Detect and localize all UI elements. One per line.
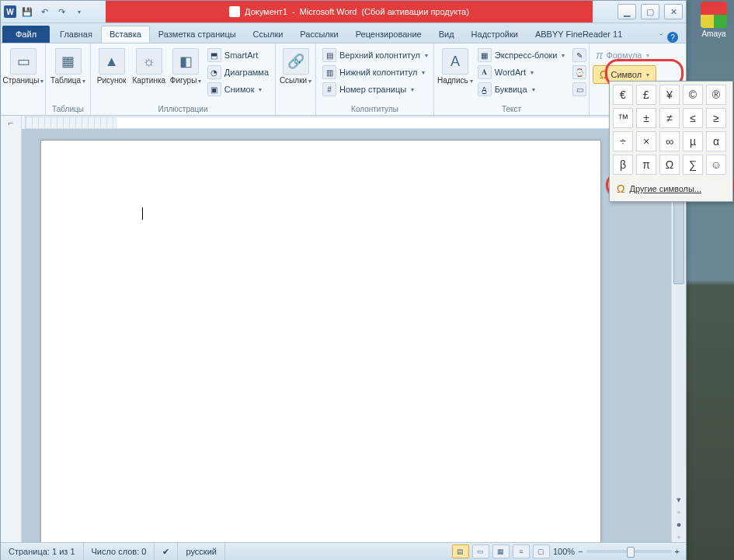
word-window: W 💾 ↶ ↷ Документ1 - Microsoft Word (Сбой… [0,0,687,560]
clipart-label: Картинка [133,76,166,85]
symbol-cell[interactable]: ™ [613,108,633,128]
tab-home[interactable]: Главная [51,26,101,43]
smartart-button[interactable]: ⬒SmartArt [204,47,272,64]
pages-button[interactable]: ▭ Страницы [4,45,43,85]
more-symbols-label: Другие символы... [629,184,701,193]
zoom-knob[interactable] [627,547,635,558]
symbol-cell[interactable]: ® [706,85,726,105]
links-label: Ссылки [280,76,311,85]
symbol-cell[interactable]: β [613,155,633,175]
screenshot-button[interactable]: ▣Снимок [204,81,272,98]
tab-insert[interactable]: Вставка [101,26,150,43]
zoom-in-button[interactable]: + [675,547,680,556]
symbol-cell[interactable]: € [613,85,633,105]
title-app: Microsoft Word [300,7,357,16]
status-zoom[interactable]: 100% [553,547,575,556]
links-button[interactable]: 🔗 Ссылки [279,45,312,85]
zoom-slider[interactable] [586,550,672,553]
view-web-button[interactable]: ▦ [492,544,510,558]
tab-file[interactable]: Файл [2,26,50,43]
wordart-button[interactable]: 𝐀WordArt [475,64,569,81]
view-print-layout-button[interactable]: ▤ [452,544,469,558]
quickparts-button[interactable]: ▦Экспресс-блоки [475,47,569,64]
symbol-cell[interactable]: ¥ [659,85,680,105]
symbol-cell[interactable]: µ [683,131,703,151]
maximize-button[interactable]: ▢ [641,4,659,19]
save-icon[interactable]: 💾 [19,4,35,19]
textbox-button[interactable]: A Надпись [437,45,473,85]
symbol-cell[interactable]: ≤ [683,108,703,128]
redo-icon[interactable]: ↷ [54,4,69,19]
close-button[interactable]: ✕ [664,4,683,19]
textbox-icon: A [442,48,468,75]
dropcap-button[interactable]: A̲Буквица [475,81,569,98]
signature-line-button[interactable]: ✎ [569,47,590,64]
shapes-button[interactable]: ◧ Фигуры [169,45,202,85]
group-tables-label2: Таблицы [49,105,87,115]
table-button[interactable]: ▦ Таблица [49,45,87,85]
help-icon[interactable]: ? [667,32,678,43]
next-page-icon[interactable]: ◦ [672,530,686,543]
view-outline-button[interactable]: ≡ [513,544,530,558]
vertical-ruler[interactable] [1,129,22,543]
zoom-out-button[interactable]: − [578,547,583,556]
footer-button[interactable]: ▥Нижний колонтитул [319,64,431,81]
symbol-cell[interactable]: ≥ [706,108,726,128]
browse-object-icon[interactable]: ● [672,518,686,530]
undo-icon[interactable]: ↶ [37,4,52,19]
page[interactable] [40,140,601,543]
desktop-shortcut-amaya[interactable]: Amaya [697,2,731,38]
tab-references[interactable]: Ссылки [245,26,292,43]
view-fullscreen-button[interactable]: ▭ [472,544,489,558]
symbol-cell[interactable]: ≠ [659,108,680,128]
symbol-cell[interactable]: ÷ [613,131,633,151]
object-icon: ▭ [572,82,586,96]
ruler-track[interactable] [25,117,673,129]
symbol-cell[interactable]: × [636,131,656,151]
picture-label: Рисунок [97,76,127,85]
ribbon-tabs: Файл Главная Вставка Разметка страницы С… [1,23,686,43]
datetime-button[interactable]: ⌚ [569,64,590,81]
symbol-cell[interactable]: π [636,155,656,175]
more-symbols-button[interactable]: Ω Другие символы... [613,179,729,198]
tab-abbyy[interactable]: ABBYY FineReader 11 [527,26,631,43]
ribbon-minimize-icon[interactable]: ˇ [659,33,663,42]
symbol-cell[interactable]: £ [636,85,656,105]
tab-mailings[interactable]: Рассылки [291,26,346,43]
desktop-shortcut-label: Amaya [697,30,731,38]
footer-label: Нижний колонтитул [339,68,417,77]
symbol-cell[interactable]: ∑ [683,155,703,175]
dropcap-icon: A̲ [478,82,492,96]
status-spellcheck[interactable]: ✔ [155,543,178,560]
page-number-button[interactable]: #Номер страницы [319,81,431,98]
header-button[interactable]: ▤Верхний колонтитул [319,47,431,64]
signature-icon: ✎ [572,48,586,62]
symbol-cell[interactable]: ☺ [706,155,726,175]
view-draft-button[interactable]: ▢ [533,544,550,558]
title-bar: W 💾 ↶ ↷ Документ1 - Microsoft Word (Сбой… [1,1,686,23]
page-viewport[interactable] [22,129,671,543]
symbol-cell[interactable]: © [683,85,703,105]
status-language[interactable]: русский [178,543,224,560]
clipart-button[interactable]: ☼ Картинка [130,45,167,85]
minimize-button[interactable]: ▁ [617,4,636,19]
object-button[interactable]: ▭ [569,81,590,98]
prev-page-icon[interactable]: ◦ [672,506,686,518]
symbol-cell[interactable]: ± [636,108,656,128]
word-app-icon: W [4,5,16,18]
symbol-cell[interactable]: α [706,131,726,151]
status-page[interactable]: Страница: 1 из 1 [1,543,84,560]
tab-addins[interactable]: Надстройки [463,26,527,43]
status-words[interactable]: Число слов: 0 [84,543,155,560]
tab-view[interactable]: Вид [430,26,463,43]
symbol-cell[interactable]: ∞ [659,131,680,151]
tab-review[interactable]: Рецензирование [347,26,430,43]
chart-button[interactable]: ◔Диаграмма [204,64,272,81]
scroll-down-icon[interactable]: ▾ [672,493,686,506]
symbol-cell[interactable]: Ω [659,155,680,175]
ruler-corner[interactable]: ⌐ [1,116,22,130]
picture-button[interactable]: ▲ Рисунок [94,45,129,85]
tab-page-layout[interactable]: Разметка страницы [150,26,245,43]
group-illustrations-label: Иллюстрации [94,105,272,115]
qat-menu-icon[interactable] [71,4,86,19]
